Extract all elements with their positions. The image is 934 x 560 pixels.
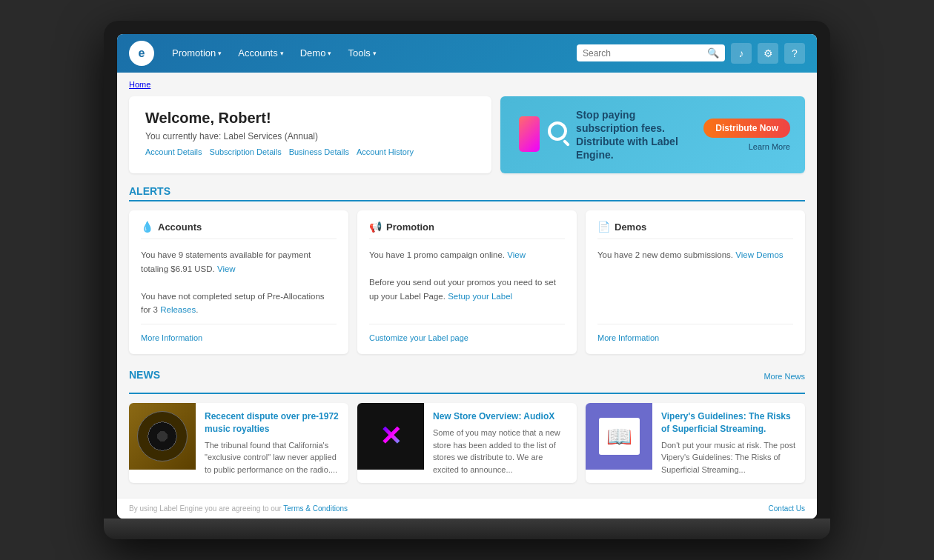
page-footer: By using Label Engine you are agreeing t… [117, 498, 817, 519]
article-1-thumbnail [129, 403, 196, 470]
article-1-excerpt: The tribunal found that California's "ex… [205, 439, 340, 476]
article-1-content: Rececent dispute over pre-1972 music roy… [196, 403, 348, 483]
audiox-icon: ✕ [380, 421, 402, 452]
alerts-section: ALERTS 💧 Accounts You have 9 statements … [129, 185, 805, 354]
setup-label-link[interactable]: Setup your Label [448, 292, 512, 301]
promotion-icon: 📢 [369, 221, 382, 233]
nav-item-tools[interactable]: Tools ▾ [340, 43, 383, 63]
accounts-alert-card: 💧 Accounts You have 9 statements availab… [129, 210, 348, 354]
phone-icon [519, 116, 540, 152]
news-article-2: ✕ New Store Overview: AudioX Some of you… [357, 403, 577, 483]
nav-right: 🔍 ♪ ⚙ ? [577, 43, 805, 64]
subscription-details-link[interactable]: Subscription Details [209, 147, 281, 156]
welcome-subtitle: You currently have: Label Services (Annu… [145, 131, 475, 141]
music-icon-button[interactable]: ♪ [731, 43, 752, 64]
news-section: NEWS More News Rececent dispute over pre [129, 369, 805, 483]
search-box[interactable]: 🔍 [577, 44, 725, 61]
demos-alert-body: You have 2 new demo submissions. View De… [597, 248, 793, 316]
banner-illustration [515, 114, 567, 155]
article-2-excerpt: Some of you may notice that a new store … [433, 427, 568, 476]
search-input[interactable] [583, 48, 707, 59]
laptop-base [104, 519, 830, 539]
search-icon[interactable]: 🔍 [707, 47, 719, 59]
settings-icon-button[interactable]: ⚙ [758, 43, 778, 64]
news-article-3: Vipery's Guidelines: The Risks of Superf… [586, 403, 805, 483]
alerts-grid: 💧 Accounts You have 9 statements availab… [129, 210, 805, 354]
promotion-alert-body: You have 1 promo campaign online. View B… [369, 248, 565, 316]
article-3-excerpt: Don't put your music at risk. The post V… [661, 439, 796, 476]
news-header: NEWS More News [129, 369, 805, 384]
accounts-alert-title: 💧 Accounts [141, 221, 337, 239]
nav-items: Promotion ▾ Accounts ▾ Demo ▾ Tools ▾ [165, 43, 577, 63]
article-2-title[interactable]: New Store Overview: AudioX [433, 410, 568, 423]
footer-terms: By using Label Engine you are agreeing t… [129, 504, 348, 513]
article-1-title[interactable]: Rececent dispute over pre-1972 music roy… [205, 410, 340, 436]
customize-label-link[interactable]: Customize your Label page [369, 333, 468, 342]
gear-icon: ⚙ [764, 47, 773, 59]
breadcrumb: Home [129, 80, 805, 89]
accounts-more-info-link[interactable]: More Information [141, 333, 202, 342]
logo[interactable]: e [129, 41, 154, 66]
releases-link[interactable]: Releases [160, 305, 196, 314]
demos-alert-card: 📄 Demos You have 2 new demo submissions.… [586, 210, 805, 354]
article-3-content: Vipery's Guidelines: The Risks of Superf… [652, 403, 805, 483]
distribute-now-button[interactable]: Distribute Now [703, 119, 790, 138]
account-history-link[interactable]: Account History [357, 147, 414, 156]
news-grid: Rececent dispute over pre-1972 music roy… [129, 403, 805, 483]
view-statements-link[interactable]: View [217, 264, 236, 273]
article-2-content: New Store Overview: AudioX Some of you m… [424, 403, 577, 483]
more-news-link[interactable]: More News [764, 372, 805, 381]
chevron-down-icon: ▾ [373, 50, 377, 57]
accounts-alert-footer: More Information [141, 324, 337, 344]
view-promo-link[interactable]: View [507, 250, 526, 259]
top-section: Welcome, Robert! You currently have: Lab… [129, 96, 805, 174]
banner-text: Stop paying subscription fees.Distribute… [576, 108, 695, 162]
nav-item-promotion[interactable]: Promotion ▾ [165, 43, 229, 63]
demos-more-info-link[interactable]: More Information [597, 333, 659, 342]
breadcrumb-home[interactable]: Home [129, 80, 150, 89]
business-details-link[interactable]: Business Details [289, 147, 349, 156]
article-3-title[interactable]: Vipery's Guidelines: The Risks of Superf… [661, 410, 796, 436]
accounts-alert-body: You have 9 statements available for paym… [141, 248, 337, 316]
accounts-icon: 💧 [141, 221, 153, 233]
account-details-link[interactable]: Account Details [145, 147, 202, 156]
promotion-alert-footer: Customize your Label page [369, 324, 565, 344]
nav-item-accounts[interactable]: Accounts ▾ [231, 43, 291, 63]
banner-headline: Stop paying subscription fees.Distribute… [576, 108, 695, 162]
demos-alert-title: 📄 Demos [597, 221, 793, 239]
welcome-card: Welcome, Robert! You currently have: Lab… [129, 96, 491, 174]
demos-icon: 📄 [597, 221, 610, 233]
welcome-links: Account Details Subscription Details Bus… [145, 147, 475, 156]
banner-cta: Distribute Now Learn More [703, 119, 790, 151]
article-2-thumbnail: ✕ [357, 403, 424, 470]
promotion-alert-title: 📢 Promotion [369, 221, 565, 239]
news-article-1: Rececent dispute over pre-1972 music roy… [129, 403, 348, 483]
magnify-icon [548, 121, 567, 141]
help-icon: ? [792, 47, 798, 59]
nav-item-demo[interactable]: Demo ▾ [293, 43, 340, 63]
chevron-down-icon: ▾ [280, 50, 284, 57]
article-3-thumbnail [586, 403, 652, 470]
navbar: e Promotion ▾ Accounts ▾ Demo ▾ Tools ▾ [117, 34, 817, 73]
promotion-alert-card: 📢 Promotion You have 1 promo campaign on… [357, 210, 577, 354]
learn-more-link[interactable]: Learn More [749, 142, 790, 151]
demos-alert-footer: More Information [597, 324, 793, 344]
vipery-book-icon [599, 418, 640, 455]
contact-link[interactable]: Contact Us [769, 504, 805, 513]
help-icon-button[interactable]: ? [784, 43, 805, 64]
alerts-title: ALERTS [129, 185, 805, 201]
view-demos-link[interactable]: View Demos [735, 250, 783, 259]
terms-link[interactable]: Terms & Conditions [283, 504, 348, 513]
welcome-heading: Welcome, Robert! [145, 110, 475, 127]
banner-card: Stop paying subscription fees.Distribute… [500, 96, 805, 174]
chevron-down-icon: ▾ [328, 50, 331, 57]
page-content: Home Welcome, Robert! You currently have… [117, 73, 817, 499]
news-title: NEWS [129, 369, 160, 384]
chevron-down-icon: ▾ [218, 50, 222, 57]
music-icon: ♪ [739, 47, 744, 59]
